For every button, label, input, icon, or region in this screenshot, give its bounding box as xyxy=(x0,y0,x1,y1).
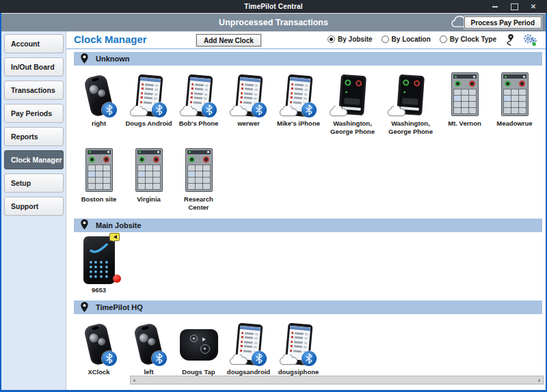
sidebar-item-label: Account xyxy=(11,40,40,48)
close-button[interactable]: ✕ xyxy=(524,0,543,13)
clock-label: Bob's Phone xyxy=(179,120,219,128)
clock-label: Meadowrue xyxy=(496,120,532,128)
minimize-button[interactable] xyxy=(485,0,505,13)
alert-dot-icon xyxy=(113,275,121,283)
window-title: TimePilot Central xyxy=(244,3,302,10)
keypad-clock-icon xyxy=(135,148,163,192)
clock-label: 9653 xyxy=(92,286,106,294)
sidebar-item-reports[interactable]: Reports xyxy=(4,127,64,146)
clock-row: Boston siteVirginiaResearch Center xyxy=(66,141,546,217)
clock-card[interactable]: 9653 xyxy=(74,236,124,294)
clock-manager-toolbar: Clock Manager Add New Clock By Jobsite B… xyxy=(66,31,546,49)
cloud-badge-icon xyxy=(386,106,407,117)
clock-label: Washington, George Phone xyxy=(323,120,382,136)
clock-label: Washington, George Phone xyxy=(382,120,440,136)
bluetooth-badge-icon xyxy=(302,102,317,117)
content-area: Account In/Out Board Transactions Pay Pe… xyxy=(1,31,546,390)
app-header-title: Unprocessed Transactions xyxy=(219,18,328,27)
sidebar-item-in-out-board[interactable]: In/Out Board xyxy=(4,57,64,76)
phone-list-device xyxy=(274,318,323,366)
sidebar-item-label: Support xyxy=(11,202,38,210)
section-title: Unknown xyxy=(96,55,130,63)
tap-device xyxy=(174,318,224,366)
cloud-badge-icon xyxy=(128,106,149,117)
radio-dot xyxy=(440,36,447,43)
clock-row: rightDougs AndroidBob's PhonewerwerMike'… xyxy=(66,66,546,141)
title-bar: TimePilot Central ✕ xyxy=(0,0,547,13)
cloud-badge-icon xyxy=(328,106,349,117)
clock-card[interactable]: Washington, George Phone xyxy=(382,70,440,136)
clock-card[interactable]: Mike's iPhone xyxy=(274,70,323,128)
settings-gears-icon[interactable] xyxy=(522,33,537,49)
radio-by-clock-type[interactable]: By Clock Type xyxy=(440,36,496,43)
scroll-left-arrow[interactable]: ‹ xyxy=(133,377,135,384)
window-body: Unprocessed Transactions Process Pay Per… xyxy=(1,13,546,390)
section-clocks-unknown: rightDougs AndroidBob's PhonewerwerMike'… xyxy=(66,66,546,217)
keypad-clock-icon xyxy=(185,148,213,192)
keypad-device xyxy=(74,145,124,193)
clock-row: XClockleftDougs Tapdougsandroiddougsipho… xyxy=(66,314,546,382)
phone-list-device xyxy=(224,318,274,366)
clock-card[interactable]: left xyxy=(124,318,174,376)
cloud-badge-icon xyxy=(278,354,299,366)
clock-card[interactable]: Boston site xyxy=(74,145,124,204)
radio-by-jobsite[interactable]: By Jobsite xyxy=(328,36,373,43)
sidebar-item-clock-manager[interactable]: Clock Manager xyxy=(4,150,64,169)
section-header-timepilot-hq: TimePilot HQ xyxy=(74,300,542,314)
sidebar-item-pay-periods[interactable]: Pay Periods xyxy=(4,104,64,123)
horizontal-scrollbar[interactable]: ‹ › xyxy=(130,376,544,384)
clock-card[interactable]: Dougs Android xyxy=(124,70,174,128)
clock-card[interactable]: Bob's Phone xyxy=(174,70,224,128)
clock-card[interactable]: Mt. Vernon xyxy=(440,70,490,128)
comment-badge-icon xyxy=(109,233,120,241)
sidebar-item-label: Reports xyxy=(11,132,38,141)
cloud-badge-icon xyxy=(228,106,249,117)
clock-label: Boston site xyxy=(81,195,117,204)
clock-card[interactable]: Virginia xyxy=(124,145,174,204)
phone-list-device xyxy=(274,70,323,117)
clock-card[interactable]: right xyxy=(74,70,124,128)
view-mode-radio-group: By Jobsite By Location By Clock Type xyxy=(328,36,496,43)
radio-by-location[interactable]: By Location xyxy=(382,36,431,43)
section-header-unknown: Unknown xyxy=(74,52,542,66)
sidebar-item-support[interactable]: Support xyxy=(4,197,64,216)
sidebar-item-transactions[interactable]: Transactions xyxy=(4,81,64,100)
scroll-right-arrow[interactable]: › xyxy=(538,377,540,384)
pen-icon[interactable] xyxy=(505,33,516,49)
tap-clock-icon xyxy=(180,329,218,361)
maximize-button[interactable] xyxy=(505,0,524,13)
clock-card[interactable]: Research Center xyxy=(174,145,224,212)
fob-device xyxy=(124,318,174,366)
keypad-device xyxy=(440,70,490,117)
toolbar-icons xyxy=(505,33,537,49)
process-pay-period-button[interactable]: Process Pay Period xyxy=(464,16,542,29)
clock-card[interactable]: Washington, George Phone xyxy=(323,70,382,136)
sidebar-item-setup[interactable]: Setup xyxy=(4,173,64,193)
clock-label: Mike's iPhone xyxy=(277,120,320,128)
clock-label: werwer xyxy=(237,120,260,128)
clock-card[interactable]: werwer xyxy=(224,70,274,128)
sidebar-item-label: Transactions xyxy=(11,86,55,94)
phone-dark-device xyxy=(382,70,440,117)
add-new-clock-button[interactable]: Add New Clock xyxy=(196,34,261,46)
clock-card[interactable]: Meadowrue xyxy=(490,70,539,128)
sidebar-item-label: Clock Manager xyxy=(11,156,62,164)
keypad-device xyxy=(490,70,539,117)
radio-label: By Jobsite xyxy=(338,36,373,43)
clock-card[interactable]: dougsandroid xyxy=(224,318,274,376)
clock-card[interactable]: dougsiphone xyxy=(274,318,323,376)
clock-label: right xyxy=(92,120,106,128)
bluetooth-badge-icon xyxy=(252,351,267,366)
bluetooth-badge-icon xyxy=(302,351,317,366)
bluetooth-badge-icon xyxy=(102,351,117,366)
keypad-clock-icon xyxy=(451,72,479,116)
clock-label: Virginia xyxy=(137,195,161,204)
sidebar-item-label: In/Out Board xyxy=(11,63,55,71)
section-header-main-jobsite: Main Jobsite xyxy=(74,219,542,232)
clock-card[interactable]: Dougs Tap xyxy=(174,318,224,376)
sidebar-item-label: Pay Periods xyxy=(11,109,52,117)
section-clocks-timepilot-hq: XClockleftDougs Tapdougsandroiddougsipho… xyxy=(66,314,546,382)
clock-card[interactable]: XClock xyxy=(74,318,124,376)
phone-list-device xyxy=(174,70,224,117)
sidebar-item-account[interactable]: Account xyxy=(4,34,64,53)
